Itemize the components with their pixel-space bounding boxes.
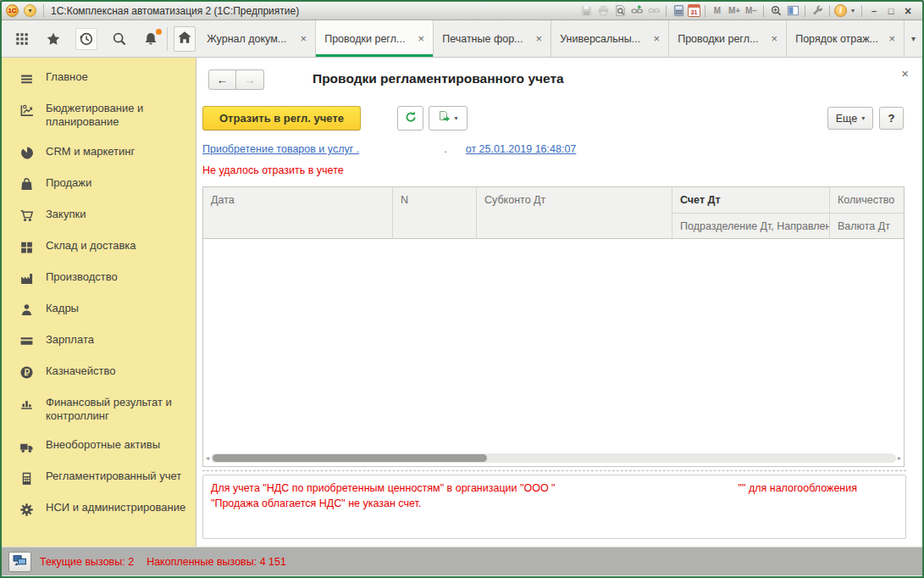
sidebar-item-crm[interactable]: CRM и маркетинг — [2, 137, 196, 169]
column-header-date[interactable]: Дата — [203, 187, 393, 238]
sidebar-item-label: Внеоборотные активы — [46, 438, 160, 452]
print-icon[interactable] — [595, 3, 611, 19]
tab-close-icon[interactable]: × — [772, 33, 778, 44]
column-header-valyuta-dt[interactable]: Валюта Дт — [830, 213, 904, 238]
main-menu-button[interactable]: ▾ — [24, 4, 36, 17]
back-button[interactable]: ← — [208, 69, 236, 90]
document-date-link[interactable]: от 25.01.2019 16:48:07 — [466, 143, 577, 155]
sidebar-item-production[interactable]: Производство — [2, 263, 196, 294]
forward-button[interactable]: → — [236, 69, 264, 90]
sections-panel: Главное Бюджетирование и планирование CR… — [2, 58, 196, 547]
performance-indicator-button[interactable] — [8, 552, 31, 572]
sidebar-item-label: Бюджетирование и планирование — [46, 102, 188, 130]
chevron-down-icon: ▾ — [454, 114, 457, 122]
tab-poryadok-otrazh[interactable]: Порядок отраж... × — [787, 20, 905, 57]
error-message-line1-right: "" для налогообложения — [739, 481, 857, 496]
sidebar-item-budgeting[interactable]: Бюджетирование и планирование — [2, 94, 196, 137]
home-button[interactable] — [174, 26, 196, 52]
settings-wrench-icon[interactable] — [810, 3, 825, 19]
form-area: ← → Проводки регламентированного учета ×… — [196, 58, 922, 547]
favorites-star-icon[interactable] — [44, 30, 63, 48]
notifications-bell-icon[interactable] — [141, 30, 160, 48]
scroll-right-icon[interactable]: ▸ — [898, 455, 901, 462]
reflect-error-text: Не удалось отразить в учете — [202, 164, 344, 176]
tab-close-icon[interactable]: × — [301, 33, 307, 44]
help-button[interactable]: ? — [879, 107, 904, 130]
tab-overflow-button[interactable]: ▾ — [905, 20, 922, 57]
tab-label: Универсальны... — [560, 33, 646, 45]
current-calls-text: Текущие вызовы: 2 — [40, 556, 134, 568]
column-header-schet-dt[interactable]: Счет Дт — [672, 187, 830, 213]
sidebar-item-warehouse[interactable]: Склад и доставка — [2, 231, 196, 263]
separator — [861, 5, 862, 17]
document-link[interactable]: Приобретение товаров и услуг . — [202, 143, 359, 155]
minimize-icon[interactable]: – — [866, 3, 882, 19]
scroll-left-icon[interactable]: ◂ — [206, 455, 209, 462]
split-view-icon[interactable] — [785, 3, 800, 19]
tab-journal-documents[interactable]: Журнал докум... × — [198, 20, 316, 57]
tab-print-forms[interactable]: Печатные фор... × — [434, 20, 551, 57]
calculator-icon[interactable] — [671, 3, 686, 19]
sidebar-item-main[interactable]: Главное — [2, 63, 196, 94]
postings-table[interactable]: Дата N Счет Дт Субконто Дт Количество По… — [202, 186, 905, 467]
sidebar-item-finresult[interactable]: Финансовый результат и контроллинг — [2, 388, 196, 431]
print-preview-icon[interactable] — [612, 3, 628, 19]
maximize-icon[interactable]: □ — [883, 3, 899, 19]
zoom-icon[interactable] — [768, 3, 783, 19]
tab-close-icon[interactable]: × — [889, 33, 896, 44]
scrollbar-thumb[interactable] — [213, 454, 487, 462]
get-link-icon[interactable] — [629, 3, 645, 19]
tab-universal[interactable]: Универсальны... × — [551, 20, 669, 57]
sidebar-item-assets[interactable]: Внеоборотные активы — [2, 431, 196, 462]
memory-plus-icon[interactable]: M+ — [727, 3, 742, 19]
post-document-button[interactable]: ▾ — [429, 106, 468, 131]
tab-close-icon[interactable]: × — [418, 33, 425, 44]
separator — [763, 5, 764, 17]
info-icon[interactable]: i — [834, 4, 847, 17]
save-icon[interactable] — [578, 3, 594, 19]
monitor-icon — [13, 553, 27, 570]
history-icon[interactable] — [75, 28, 97, 50]
regacct-icon — [18, 470, 35, 486]
tab-close-icon[interactable]: × — [536, 33, 543, 44]
calendar-icon[interactable]: 31 — [688, 4, 700, 17]
horizontal-scrollbar[interactable]: ◂ ▸ — [206, 453, 901, 464]
more-button[interactable]: Еще ▾ — [827, 107, 873, 130]
sidebar-item-admin[interactable]: НСИ и администрирование — [2, 493, 196, 525]
column-header-n[interactable]: N — [393, 187, 477, 238]
panel-splitter[interactable] — [202, 470, 906, 471]
memory-icon[interactable]: M — [710, 3, 725, 19]
sidebar-item-label: Зарплата — [46, 333, 94, 347]
scrollbar-track[interactable] — [211, 453, 896, 463]
sidebar-item-regaccounting[interactable]: Регламентированный учет — [2, 462, 196, 493]
sales-icon — [18, 177, 35, 192]
column-header-podrazdelenie-dt[interactable]: Подразделение Дт, Направление Дт — [672, 213, 830, 238]
sidebar-item-sales[interactable]: Продажи — [2, 169, 196, 200]
column-header-subkonto-dt[interactable]: Субконто Дт — [477, 187, 672, 238]
tab-provodki-regl-active[interactable]: Проводки регл... × — [316, 20, 434, 57]
form-close-icon[interactable]: × — [901, 66, 909, 81]
info-dropdown-icon[interactable]: ▾ — [849, 3, 857, 19]
sidebar-item-label: Продажи — [46, 176, 91, 190]
memory-minus-icon[interactable]: M− — [744, 3, 759, 19]
tab-label: Проводки регл... — [678, 33, 764, 45]
tab-close-icon[interactable]: × — [654, 33, 661, 44]
search-icon[interactable] — [110, 30, 129, 48]
refresh-icon — [404, 110, 418, 126]
close-icon[interactable]: × — [900, 3, 916, 19]
sidebar-item-purchases[interactable]: Закупки — [2, 200, 196, 231]
column-header-kolichestvo[interactable]: Количество — [830, 187, 904, 213]
sidebar-item-treasury[interactable]: Казначейство — [2, 357, 196, 388]
app-window: 1С ▾ 1С:Комплексная автоматизация 2 (1С:… — [0, 0, 924, 578]
apps-grid-icon[interactable] — [13, 30, 31, 48]
sidebar-item-salary[interactable]: Зарплата — [2, 325, 196, 357]
app-logo-1c-icon: 1С — [6, 4, 19, 17]
sidebar-item-hr[interactable]: Кадры — [2, 294, 196, 325]
error-message-line2: "Продажа облагается НДС" не указан счет. — [211, 496, 898, 511]
salary-icon — [18, 334, 35, 349]
reflect-in-accounting-button[interactable]: Отразить в регл. учете — [202, 106, 361, 131]
go-link-icon[interactable] — [646, 3, 661, 19]
tab-provodki-regl-2[interactable]: Проводки регл... × — [669, 20, 787, 57]
refresh-button[interactable] — [397, 106, 423, 131]
back-arrow-icon: ← — [217, 73, 229, 86]
